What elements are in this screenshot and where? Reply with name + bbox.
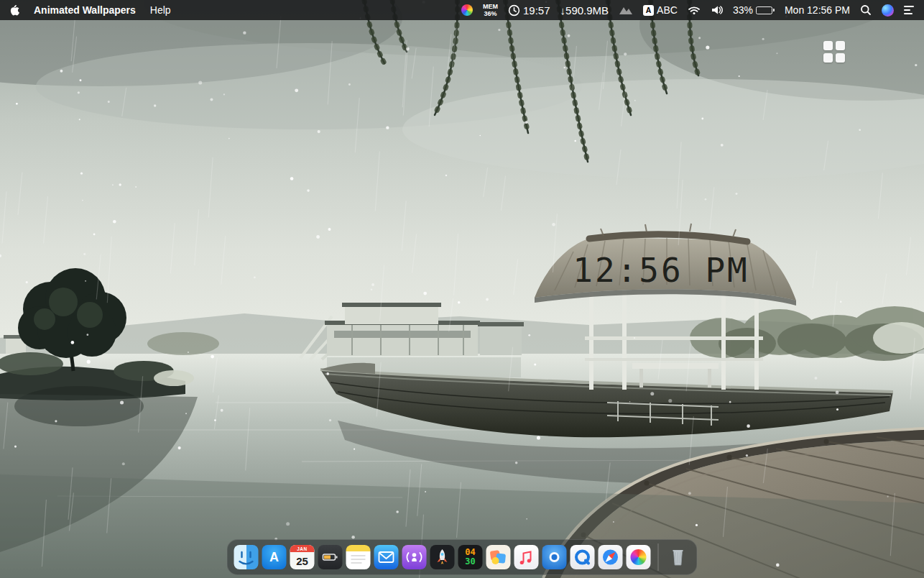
dock: A JAN 25	[227, 539, 698, 575]
clock-icon	[508, 4, 520, 17]
dock-icon-finder[interactable]	[234, 545, 259, 569]
spotlight-search-icon[interactable]	[860, 4, 872, 16]
dock-icon-rocket-launcher[interactable]	[430, 545, 455, 569]
dock-divider	[658, 543, 659, 571]
monitor-time-widget[interactable]: 19:57	[508, 4, 550, 17]
music-note-icon	[514, 545, 539, 569]
envelope-icon	[374, 545, 399, 569]
menu-app-name[interactable]: Animated Wallpapers	[34, 4, 136, 16]
menu-date-time[interactable]: Mon 12:56 PM	[785, 4, 850, 16]
wallpaper-app-menu-icon[interactable]	[461, 4, 473, 16]
network-download-widget[interactable]: ↓590.9MB	[560, 4, 609, 17]
notes-lines-icon	[346, 545, 371, 569]
wallpaper-scene: 12:56 PM	[0, 0, 924, 578]
battery-icon	[756, 6, 775, 14]
calendar-month: JAN	[290, 545, 315, 552]
calendar-day: 25	[290, 552, 315, 569]
camera-lens-icon	[542, 545, 567, 569]
dock-icon-mail[interactable]	[374, 545, 399, 569]
memory-usage-widget[interactable]: MEM 36%	[483, 3, 498, 17]
wallpaper-widget-grid-button[interactable]	[823, 41, 845, 63]
wallpaper: 12:56 PM	[0, 0, 924, 578]
menu-help[interactable]: Help	[150, 4, 171, 16]
input-source-menu[interactable]: A ABC	[643, 4, 678, 16]
trash-basket-icon	[666, 545, 690, 569]
siri-icon[interactable]	[882, 4, 894, 17]
rocket-icon	[430, 545, 455, 569]
dock-icon-trash[interactable]	[666, 545, 690, 569]
dock-icon-safari[interactable]	[599, 545, 623, 569]
dock-icon-battery-monitor[interactable]	[318, 545, 343, 569]
dock-icon-music[interactable]	[514, 545, 539, 569]
dock-icon-podcasts[interactable]	[402, 545, 427, 569]
dock-icon-stickers[interactable]	[486, 545, 511, 569]
wallpaper-clock-text: 12:56 PM	[573, 251, 749, 290]
pinwheel-icon	[631, 549, 647, 565]
volume-icon[interactable]	[711, 5, 723, 15]
battery-status[interactable]: 33%	[733, 4, 775, 16]
mountain-app-menu-icon[interactable]	[619, 5, 633, 15]
compass-icon	[599, 545, 623, 569]
timer-bottom-digits: 30	[465, 557, 475, 566]
dock-icon-notes[interactable]	[346, 545, 371, 569]
dock-icon-calendar[interactable]: JAN 25	[290, 545, 315, 569]
battery-glyph-icon	[318, 545, 343, 569]
podcasts-waves-icon	[402, 545, 427, 569]
dock-icon-timer[interactable]: 04 30	[458, 545, 483, 569]
app-store-a-glyph: A	[269, 550, 279, 565]
dock-icon-app-store[interactable]: A	[262, 545, 287, 569]
quicktime-q-icon	[570, 545, 595, 569]
input-source-icon: A	[643, 5, 654, 16]
menu-bar: Animated Wallpapers Help MEM 36% 19:57 ↓…	[0, 0, 924, 20]
desktop: 12:56 PM	[0, 0, 924, 578]
stickers-icon	[486, 545, 511, 569]
wifi-icon[interactable]	[688, 5, 701, 15]
apple-menu-icon[interactable]	[10, 4, 19, 16]
dock-icon-animated-wallpapers[interactable]	[627, 545, 651, 569]
finder-face-icon	[234, 545, 259, 569]
notification-center-icon[interactable]	[904, 6, 914, 14]
dock-icon-quicktime[interactable]	[570, 545, 595, 569]
dock-icon-photo-booth[interactable]	[542, 545, 567, 569]
